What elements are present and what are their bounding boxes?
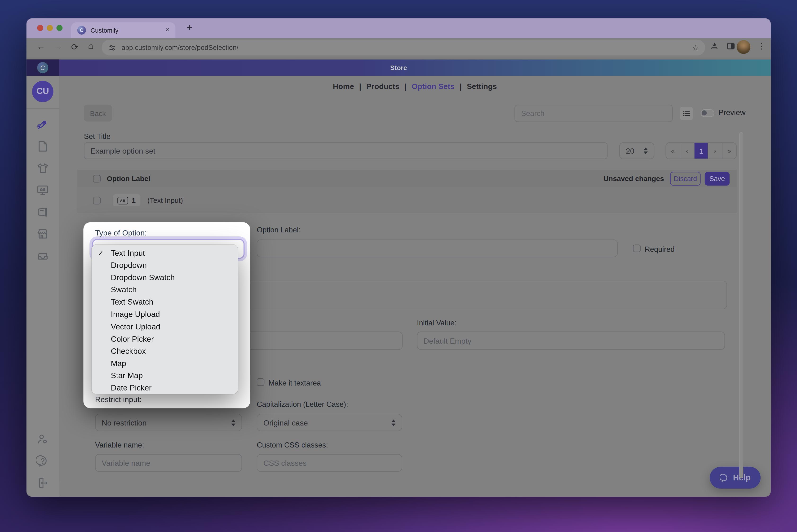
type-option-item[interactable]: ✓ Date Picker — [92, 382, 238, 394]
page-size-value: 20 — [626, 147, 644, 155]
option-number: 1 — [132, 196, 136, 204]
monitor-mockup-icon[interactable] — [36, 184, 50, 197]
type-options-menu: ✓ Text Input ✓ Dropdown ✓ Dropdown Swatc… — [92, 245, 238, 394]
css-classes-label: Custom CSS classes: — [257, 441, 328, 449]
css-classes-input[interactable] — [257, 454, 402, 472]
discard-button[interactable]: Discard — [670, 172, 701, 185]
page-size-select[interactable]: 20 — [619, 142, 654, 159]
type-option-label: Vector Upload — [111, 322, 160, 331]
profile-avatar[interactable] — [737, 40, 751, 54]
type-option-label: Dropdown Swatch — [111, 273, 175, 282]
traffic-zoom-icon[interactable] — [56, 25, 62, 31]
option-label-input[interactable] — [257, 240, 618, 257]
type-option-label: Star Map — [111, 371, 143, 380]
type-option-item[interactable]: ✓ Text Swatch — [92, 296, 238, 308]
option-row[interactable]: AB 1 (Text Input) — [77, 187, 737, 214]
text-input-badge-icon: AB — [117, 196, 128, 204]
restrict-input-select[interactable]: No restriction — [95, 414, 242, 431]
favicon-icon: C — [77, 26, 86, 35]
browser-tab[interactable]: C Customily × — [71, 22, 175, 38]
list-view-icon[interactable] — [680, 107, 693, 120]
type-option-item[interactable]: ✓ Color Picker — [92, 333, 238, 345]
save-button[interactable]: Save — [705, 172, 729, 185]
sidebar-divider — [26, 108, 59, 109]
type-option-label: Image Upload — [111, 310, 160, 319]
site-settings-icon[interactable] — [108, 43, 116, 52]
help-bubble-icon[interactable] — [36, 455, 50, 468]
download-icon[interactable] — [710, 41, 719, 51]
make-textarea-label: Make it textarea — [268, 379, 321, 387]
back-icon[interactable]: ← — [37, 42, 45, 52]
select-arrows-icon — [392, 419, 395, 426]
variable-name-label: Variable name: — [95, 441, 144, 449]
preview-toggle[interactable] — [701, 109, 715, 117]
type-of-option-label: Type of Option: — [95, 228, 147, 237]
back-button[interactable]: Back — [84, 105, 112, 122]
initial-value-input[interactable] — [417, 331, 725, 350]
nav-item[interactable]: Option Sets — [412, 82, 455, 91]
set-title-input[interactable] — [84, 142, 608, 159]
account-settings-icon[interactable] — [36, 433, 50, 446]
document-icon[interactable] — [36, 140, 50, 153]
new-tab-icon[interactable]: + — [187, 22, 192, 34]
option-type-text: (Text Input) — [148, 196, 183, 204]
option-number-chip[interactable]: AB 1 — [113, 194, 140, 207]
option-label-field-label: Option Label: — [257, 226, 301, 234]
type-option-item[interactable]: ✓ Swatch — [92, 284, 238, 296]
nav-item[interactable]: Home — [333, 82, 354, 91]
reload-icon[interactable]: ⟳ — [71, 42, 79, 52]
pages-icon[interactable] — [36, 205, 50, 218]
logout-icon[interactable] — [36, 476, 50, 490]
type-option-item[interactable]: ✓ Vector Upload — [92, 321, 238, 333]
type-option-item[interactable]: ✓ Text Input — [92, 247, 238, 259]
forward-icon[interactable]: → — [54, 42, 63, 52]
pager-button[interactable]: » — [722, 143, 736, 159]
help-button[interactable]: Help — [710, 467, 761, 489]
type-option-item[interactable]: ✓ Dropdown — [92, 259, 238, 272]
tshirt-icon[interactable] — [36, 162, 50, 175]
capitalization-select[interactable]: Original case — [257, 414, 402, 431]
nav-item[interactable]: Products — [366, 82, 399, 91]
nav-item[interactable]: | — [359, 82, 361, 91]
restrict-input-value: No restriction — [102, 418, 231, 427]
traffic-minimize-icon[interactable] — [47, 25, 53, 31]
nav-item[interactable]: | — [404, 82, 406, 91]
url-bar[interactable]: app.customily.com/store/podSelection/ ☆ — [102, 40, 705, 56]
type-option-label: Date Picker — [111, 383, 151, 392]
traffic-close-icon[interactable] — [37, 25, 43, 31]
select-all-checkbox[interactable] — [93, 175, 100, 182]
type-option-item[interactable]: ✓ Dropdown Swatch — [92, 272, 238, 284]
set-title-label: Set Title — [84, 132, 111, 140]
browser-menu-icon[interactable]: ⋮ — [758, 41, 765, 51]
type-option-label: Dropdown — [111, 261, 147, 269]
page-nav: Home|Products|Option Sets|Settings — [59, 82, 771, 91]
tab-close-icon[interactable]: × — [166, 26, 169, 34]
preview-label: Preview — [718, 108, 746, 116]
side-panel-icon[interactable] — [726, 42, 735, 51]
nav-item[interactable]: Settings — [467, 82, 497, 91]
tab-title: Customily — [90, 27, 118, 34]
pager-button[interactable]: 1 — [694, 143, 708, 159]
pager-button[interactable]: ‹ — [680, 143, 694, 159]
account-avatar[interactable]: CU — [32, 81, 53, 102]
toggle-knob — [702, 110, 707, 115]
type-option-item[interactable]: ✓ Map — [92, 357, 238, 370]
row-checkbox[interactable] — [93, 196, 100, 204]
type-option-item[interactable]: ✓ Checkbox — [92, 345, 238, 357]
storefront-icon[interactable] — [36, 227, 50, 241]
make-textarea-checkbox[interactable] — [257, 378, 264, 386]
home-icon[interactable]: ⌂ — [88, 41, 93, 51]
pager-button[interactable]: › — [708, 143, 723, 159]
pager-button[interactable]: « — [666, 143, 680, 159]
select-arrows-icon — [644, 148, 648, 154]
type-option-item[interactable]: ✓ Star Map — [92, 370, 238, 382]
nav-item[interactable]: | — [459, 82, 462, 91]
variable-name-input[interactable] — [95, 454, 242, 472]
type-option-item[interactable]: ✓ Image Upload — [92, 308, 238, 321]
search-input[interactable] — [514, 105, 672, 122]
required-checkbox[interactable] — [633, 245, 641, 252]
page-scrollbar[interactable] — [739, 132, 743, 478]
rocket-icon[interactable] — [36, 117, 50, 131]
bookmark-star-icon[interactable]: ☆ — [692, 43, 699, 52]
inbox-icon[interactable] — [36, 249, 50, 263]
